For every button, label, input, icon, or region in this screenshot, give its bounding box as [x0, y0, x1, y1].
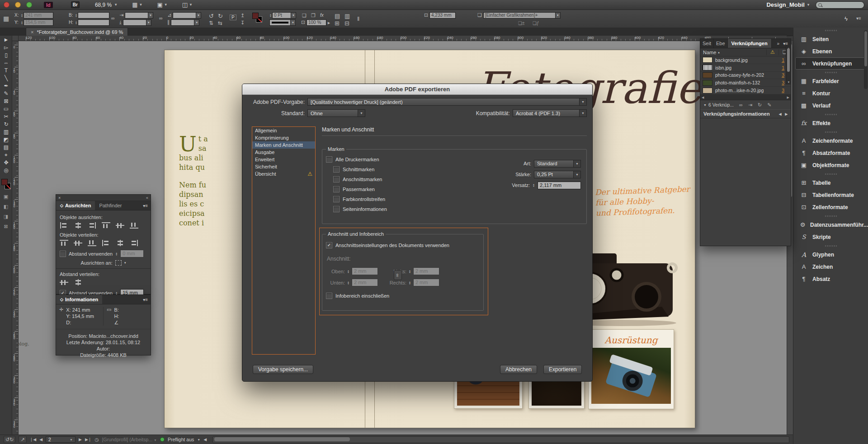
preflight-label[interactable]: Preflight aus [168, 437, 194, 442]
use-document-bleed-row[interactable]: ✓ Anschnittseinstellungen des Dokuments … [326, 240, 480, 250]
checkbox[interactable] [60, 251, 66, 257]
compatibility-dropdown[interactable]: Acrobat 4 (PDF 1.3)▼ [513, 109, 587, 117]
dock-panel-links[interactable]: ∞ Verknüpfungen [795, 57, 866, 70]
page-tool-icon[interactable]: ▯ [0, 51, 12, 59]
workspace-switcher[interactable]: Design_Mobil▾ [766, 1, 809, 8]
chevron-down-icon[interactable]: ▼ [197, 438, 200, 441]
checkbox[interactable] [326, 293, 332, 299]
zoom-level-dropdown[interactable]: 68,9 %▼ [95, 2, 118, 8]
mark-offset-field[interactable]: 2,117 mm [538, 182, 581, 189]
rotate-cw-icon[interactable]: ↻ [218, 13, 223, 19]
spacing-field[interactable]: 0 mm [120, 250, 144, 257]
dock-panel-character[interactable]: A Zeichen [793, 261, 868, 273]
dock-panel-effects[interactable]: fx Effekte [793, 117, 868, 129]
scissors-tool-icon[interactable]: ✂ [0, 112, 12, 120]
screen-mode-dropdown[interactable]: ▣▼ [157, 1, 167, 8]
text-wrap-none-icon[interactable]: ▤ [335, 13, 340, 19]
previous-page-icon[interactable]: ◀ [39, 437, 42, 442]
link-row[interactable]: photo-m...iske-n-20.jpg 3 [700, 87, 791, 94]
stroke-weight-dropdown[interactable]: ▲▼0 Pt▼ [269, 12, 296, 19]
checkbox[interactable] [333, 166, 340, 173]
link-page-number[interactable]: 3 [782, 80, 784, 85]
align-top-icon[interactable] [102, 222, 110, 229]
width-field[interactable]: ▲▼ [75, 12, 109, 19]
dock-group-handle[interactable] [793, 28, 868, 33]
bleed-top-field[interactable]: 2 mm [352, 267, 378, 275]
dock-panel-data-merge[interactable]: ⚙ Datenzusammenführ... [793, 219, 868, 231]
dock-group-handle[interactable] [793, 243, 868, 248]
zoom-window-button[interactable] [26, 2, 32, 8]
close-tab-icon[interactable]: × [31, 29, 33, 35]
relink-icon[interactable]: ∞ [739, 102, 743, 107]
dock-group-handle[interactable] [793, 213, 868, 219]
last-page-icon[interactable]: ▶❘ [85, 437, 91, 442]
dock-panel-table-styles[interactable]: ⊟ Tabellenformate [793, 189, 868, 201]
distribute-space-v-icon[interactable] [60, 279, 68, 285]
dock-scrollbar[interactable] [864, 30, 868, 89]
mark-type-dropdown[interactable]: Standard▼ [534, 160, 581, 168]
selection-tool-icon[interactable]: ► [0, 36, 12, 43]
name-column-header[interactable]: Name [703, 50, 716, 55]
scale-x-dropdown[interactable]: ⇥ ▼ [119, 12, 153, 19]
view-mode-preview-icon[interactable]: ⊠ [4, 224, 8, 229]
dock-group-handle[interactable] [793, 129, 868, 135]
object-style-dropdown[interactable]: ❏ [Einfacher Grafikrahmen]+▼ [477, 12, 561, 19]
distribute-bottom-icon[interactable] [88, 240, 96, 246]
dialog-section-item[interactable]: Marken und Anschnitt [252, 141, 315, 149]
marks-checkbox-row[interactable]: Seiteninformationen [333, 204, 583, 214]
dock-group-handle[interactable] [793, 112, 868, 117]
dock-group-handle[interactable] [793, 171, 868, 177]
reference-point-proxy[interactable]: P [230, 14, 236, 20]
links-list-header[interactable]: Name▴ ⚠ ❏ [700, 48, 791, 56]
eyedropper-tool-icon[interactable]: ⌖ [0, 151, 12, 159]
preflight-profile-dropdown[interactable]: [Grundprofil] (Arbeitsp... ▼ [102, 437, 157, 442]
ruler-origin-corner[interactable] [12, 36, 19, 41]
rotate-ccw-icon[interactable]: ↺ [209, 13, 214, 19]
share-icon[interactable]: ↗ [19, 436, 26, 443]
distribute-space-h-icon[interactable] [74, 279, 82, 285]
dock-panel-cell-styles[interactable]: ⊡ Zellenformate [793, 201, 868, 213]
checkbox[interactable] [333, 206, 340, 212]
hand-tool-icon[interactable]: ✥ [0, 159, 12, 166]
horizontal-ruler[interactable]: 1201008060402002040608010012014016018020… [19, 36, 787, 41]
panel-menu-icon[interactable]: ▾≡ [140, 295, 151, 304]
flip-vertical-icon[interactable]: ⇅ [209, 20, 213, 26]
save-preset-button[interactable]: Vorgabe speichern... [253, 365, 313, 374]
transparency-icon[interactable]: ❐ [311, 13, 316, 19]
dock-panel-character-styles[interactable]: A Zeichenformate [793, 135, 868, 147]
align-right-icon[interactable] [88, 222, 96, 229]
document-tab[interactable]: × *Fotoratgeber_Buchcover.indd @ 69 % [26, 28, 128, 36]
page-number-field[interactable]: 2▼ [46, 436, 75, 443]
distribute-top-icon[interactable] [60, 240, 68, 246]
line-tool-icon[interactable]: ╲ [0, 74, 12, 82]
goto-link-icon[interactable]: ⇥ [748, 102, 752, 108]
checkbox[interactable] [333, 176, 340, 182]
fill-swatch[interactable] [252, 13, 259, 19]
tab-info[interactable]: ◇Informationen [56, 295, 102, 304]
distribute-center-h-icon[interactable] [116, 240, 124, 246]
corner-radius-field[interactable]: ⊡ 4,233 mm [424, 12, 456, 19]
opacity-field[interactable]: ⊡ 100 % ▶ [301, 19, 330, 26]
rotation-angle-dropdown[interactable]: ⊿ ▼ [167, 12, 201, 19]
dock-panel-object-styles[interactable]: ▣ Objektformate [793, 159, 868, 171]
use-spacing-row[interactable]: Abstand verwenden ▲▼ 0 mm [60, 250, 147, 257]
bleed-right-field[interactable]: 2 mm [413, 279, 439, 286]
dock-panel-glyphs[interactable]: A Glyphen [793, 248, 868, 261]
align-center-h-icon[interactable] [74, 222, 82, 229]
checkbox[interactable] [333, 196, 340, 202]
dialog-section-item[interactable]: Erweitert [252, 156, 315, 163]
rectangle-frame-tool-icon[interactable]: ⊠ [0, 97, 12, 105]
horizontal-scrollbar[interactable] [212, 436, 789, 443]
bridge-button[interactable]: Br [71, 1, 80, 8]
prev-link-icon[interactable]: ◂ [779, 111, 782, 117]
pdf-preset-dropdown[interactable]: [Qualitativ hochwertiger Druck] (geänder… [307, 98, 587, 106]
dock-panel-swatches[interactable]: ▦ Farbfelder [793, 75, 868, 87]
toolbar-fill-stroke[interactable] [0, 178, 12, 191]
note-tool-icon[interactable]: ▤ [0, 143, 12, 151]
align-to-dropdown[interactable]: Ausrichten an: ▾ [60, 260, 147, 266]
tab-align[interactable]: ◇Ausrichten [56, 201, 95, 210]
link-bleed-values-icon[interactable]: ∞ [394, 270, 402, 280]
cancel-button[interactable]: Abbrechen [500, 365, 537, 374]
shear-angle-dropdown[interactable]: ∥ ▼ [167, 19, 199, 26]
frame-fitting-icon[interactable]: ⊞ [335, 20, 340, 27]
